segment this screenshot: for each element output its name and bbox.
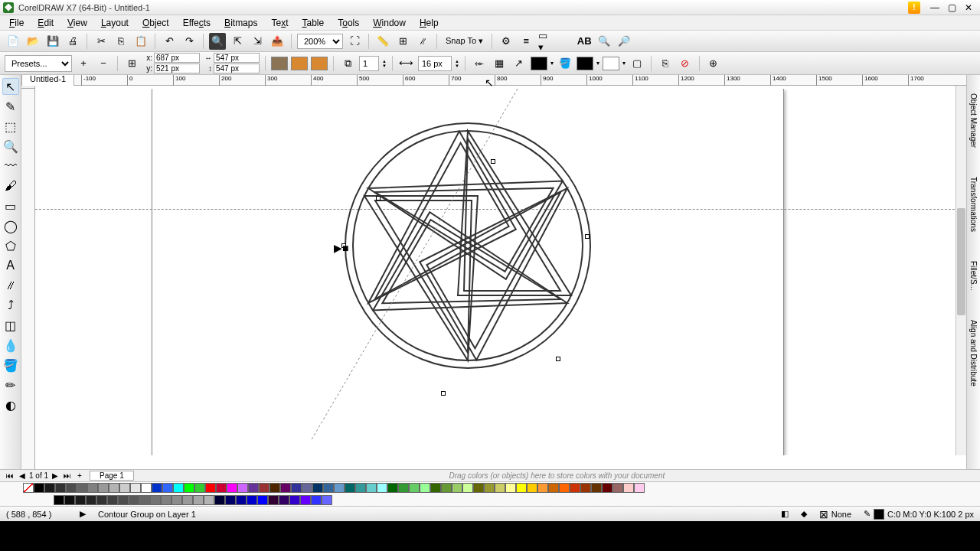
color-chip[interactable] <box>270 483 280 493</box>
cut-button[interactable]: ✂ <box>93 33 109 50</box>
color-chip[interactable] <box>548 483 559 493</box>
horizontal-ruler[interactable]: -200-10001002003004005006007008009001000… <box>35 75 966 86</box>
color-chip[interactable] <box>409 483 420 493</box>
delete-preset-button[interactable]: − <box>95 55 112 72</box>
no-color-chip[interactable] <box>23 483 34 493</box>
color-chip[interactable] <box>612 483 623 493</box>
y-position[interactable] <box>154 64 200 73</box>
corners-button[interactable]: ⬰ <box>471 55 488 72</box>
grid-icon[interactable]: ⊞ <box>123 55 140 72</box>
clear-contour-button[interactable]: ⊘ <box>677 55 694 72</box>
color-chip[interactable] <box>86 495 96 505</box>
x-position[interactable] <box>154 53 200 63</box>
add-preset-button[interactable]: + <box>75 55 92 72</box>
color-chip[interactable] <box>311 495 322 505</box>
color-chip[interactable] <box>64 495 75 505</box>
menu-bitmaps[interactable]: Bitmaps <box>218 16 263 30</box>
maximize-button[interactable]: ▢ <box>943 2 960 14</box>
color-chip[interactable] <box>355 483 366 493</box>
color-chip[interactable] <box>323 483 334 493</box>
color-chip[interactable] <box>387 483 398 493</box>
vertical-ruler[interactable] <box>21 89 35 469</box>
rectangle-tool[interactable]: ▭ <box>2 197 19 214</box>
vertical-scrollbar[interactable] <box>956 86 966 455</box>
docker-transformations[interactable]: Transformations <box>969 174 978 235</box>
color-chip[interactable] <box>289 495 300 505</box>
new-button[interactable]: 📄 <box>5 33 21 50</box>
launch-button[interactable]: ▭ ▾ <box>537 33 554 50</box>
fill-tool[interactable]: 🪣 <box>2 357 19 373</box>
menu-object[interactable]: Object <box>136 16 175 30</box>
color-chip[interactable] <box>516 483 527 493</box>
color-chip[interactable] <box>44 483 55 493</box>
contour-colors-button[interactable]: ▦ <box>491 55 508 72</box>
end-fill-color[interactable] <box>603 57 619 70</box>
color-chip[interactable] <box>300 495 311 505</box>
freehand-tool[interactable]: 〰 <box>2 158 19 174</box>
color-chip[interactable] <box>66 483 77 493</box>
interactive-tool[interactable]: ◫ <box>2 317 19 334</box>
menu-effects[interactable]: Effects <box>177 16 217 30</box>
align-button[interactable]: ≡ <box>518 33 534 50</box>
zoom-tool-button[interactable]: 🔍 <box>596 33 612 50</box>
snap-icon[interactable]: ◧ <box>781 509 789 519</box>
color-chip[interactable] <box>193 495 204 505</box>
color-chip[interactable] <box>248 483 259 493</box>
color-chip[interactable] <box>75 495 86 505</box>
guidelines-button[interactable]: ⫽ <box>414 33 431 50</box>
menu-file[interactable]: File <box>3 16 30 30</box>
color-chip[interactable] <box>161 495 172 505</box>
color-chip[interactable] <box>473 483 484 493</box>
color-chip[interactable] <box>194 483 205 493</box>
fullscreen-button[interactable]: ⛶ <box>346 33 363 50</box>
color-chip[interactable] <box>129 495 139 505</box>
outline-direction-button[interactable]: ↗ <box>511 55 528 72</box>
color-chip[interactable] <box>55 483 66 493</box>
crop-tool[interactable]: ⬚ <box>2 118 19 135</box>
color-chip[interactable] <box>345 483 355 493</box>
play-icon[interactable]: ▶ <box>80 509 86 519</box>
handle-nw[interactable] <box>376 196 381 201</box>
color-chip[interactable] <box>279 495 289 505</box>
search-button[interactable]: 🔍 <box>209 33 226 50</box>
color-chip[interactable] <box>150 495 161 505</box>
save-button[interactable]: 💾 <box>44 33 61 50</box>
outside-button[interactable] <box>311 57 328 70</box>
color-chip[interactable] <box>172 495 182 505</box>
steps-down[interactable]: ▼ <box>382 64 387 68</box>
publish-button[interactable]: 📤 <box>269 33 286 50</box>
color-chip[interactable] <box>139 495 150 505</box>
copy-contour-button[interactable]: ⎘ <box>657 55 674 72</box>
zoom-level[interactable]: 200% <box>297 34 343 49</box>
snap-to-dropdown[interactable]: Snap To ▾ <box>443 36 486 46</box>
color-chip[interactable] <box>634 483 645 493</box>
add-button[interactable]: ⊕ <box>705 55 722 72</box>
print-button[interactable]: 🖨 <box>64 33 81 50</box>
handle-e[interactable] <box>585 234 590 239</box>
color-chip[interactable] <box>302 483 312 493</box>
menu-window[interactable]: Window <box>367 16 412 30</box>
color-chip[interactable] <box>109 483 119 493</box>
color-chip[interactable] <box>214 495 225 505</box>
copy-button[interactable]: ⎘ <box>113 33 129 50</box>
color-chip[interactable] <box>505 483 516 493</box>
color-chip[interactable] <box>591 483 602 493</box>
color-chip[interactable] <box>537 483 548 493</box>
color-chip[interactable] <box>77 483 87 493</box>
color-chip[interactable] <box>527 483 537 493</box>
redo-button[interactable]: ↷ <box>181 33 198 50</box>
color-chip[interactable] <box>152 483 162 493</box>
polygon-tool[interactable]: ⬠ <box>2 237 19 254</box>
color-chip[interactable] <box>236 495 247 505</box>
close-button[interactable]: ✕ <box>960 2 977 14</box>
handle-n[interactable] <box>491 159 495 164</box>
color-chip[interactable] <box>54 495 64 505</box>
height-field[interactable] <box>214 64 260 73</box>
outline-swatch[interactable] <box>874 509 884 520</box>
color-chip[interactable] <box>334 483 345 493</box>
color-chip[interactable] <box>34 483 44 493</box>
color-chip[interactable] <box>162 483 173 493</box>
ellipse-tool[interactable]: ◯ <box>2 217 19 234</box>
menu-text[interactable]: Text <box>265 16 294 30</box>
color-chip[interactable] <box>173 483 184 493</box>
